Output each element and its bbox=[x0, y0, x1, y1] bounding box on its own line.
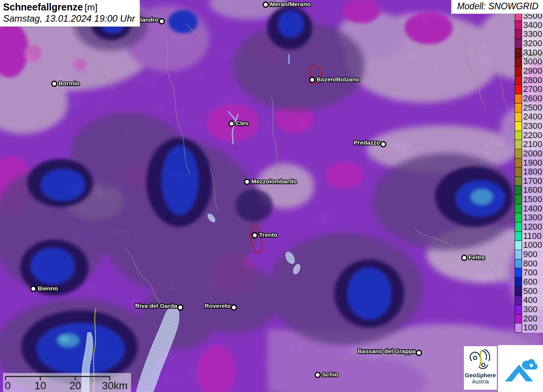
legend-value-label: 400 bbox=[522, 295, 543, 305]
map-datetime: Samstag, 13.01.2024 19:00 Uhr bbox=[3, 13, 135, 24]
legend-color-swatch bbox=[515, 259, 522, 269]
legend-color-swatch bbox=[515, 231, 522, 241]
city-dot bbox=[252, 232, 258, 238]
legend-color-swatch bbox=[515, 222, 522, 232]
city-label: Feltre bbox=[469, 254, 485, 261]
legend-color-swatch bbox=[515, 103, 522, 113]
legend-color-swatch bbox=[515, 121, 522, 131]
legend-value-label: 2900 bbox=[522, 66, 543, 76]
geosphere-logo: GeoSphere Austria bbox=[464, 346, 497, 390]
city-label: Bormio bbox=[59, 80, 80, 87]
city-dot bbox=[51, 81, 57, 87]
legend-value-label: 3400 bbox=[522, 21, 543, 30]
scale-bar-label: 10 bbox=[35, 380, 46, 392]
legend-color-swatch bbox=[515, 295, 522, 305]
legend-value-label: 2700 bbox=[522, 85, 543, 94]
legend-row: 3200 bbox=[515, 39, 543, 48]
city-label: Bassano del Grappa bbox=[358, 348, 416, 355]
city-label: Mezzolombardo bbox=[251, 178, 297, 185]
map-title-unit: [m] bbox=[85, 2, 97, 12]
city-dot bbox=[177, 304, 183, 311]
legend-value-label: 1300 bbox=[522, 213, 543, 223]
legend-row: 3400 bbox=[515, 21, 543, 30]
legend-color-swatch bbox=[515, 76, 522, 85]
city-dot bbox=[159, 18, 165, 24]
geosphere-logo-subtext: Austria bbox=[464, 378, 497, 385]
legend-value-label: 3200 bbox=[522, 39, 543, 48]
city-label: Rovereto bbox=[205, 302, 231, 309]
legend-row: 1700 bbox=[515, 176, 543, 186]
legend-color-swatch bbox=[515, 240, 522, 250]
legend-value-label: 2000 bbox=[522, 149, 543, 159]
legend-row: 200 bbox=[515, 314, 543, 324]
legend-row: 2700 bbox=[515, 85, 543, 94]
legend-value-label: 3300 bbox=[522, 29, 543, 39]
legend-color-swatch bbox=[515, 85, 522, 94]
legend-row: 500 bbox=[515, 287, 543, 296]
city-dot bbox=[263, 2, 269, 8]
legend-color-swatch bbox=[515, 131, 522, 140]
legend-value-label: 100 bbox=[522, 323, 543, 333]
legend-value-label: 2800 bbox=[522, 76, 543, 85]
city-dot bbox=[244, 179, 250, 185]
legend-row: 2400 bbox=[515, 112, 543, 122]
legend-value-label: 2300 bbox=[522, 121, 543, 131]
legend-row: 3100 bbox=[515, 48, 543, 58]
city-dot bbox=[315, 372, 321, 378]
legend-color-swatch bbox=[515, 66, 522, 76]
weather-map-stage: Meran/MeranoSchlanders/SilandroBormioBoz… bbox=[0, 0, 543, 392]
legend-row: 1500 bbox=[515, 195, 543, 204]
legend-row: 2800 bbox=[515, 76, 543, 85]
legend-color-swatch bbox=[515, 204, 522, 214]
city-label: Predazzo bbox=[354, 139, 380, 146]
legend-row: 1000 bbox=[515, 240, 543, 250]
legend-color-swatch bbox=[515, 268, 522, 278]
legend-row: 600 bbox=[515, 277, 543, 287]
map-title: Schneefallgrenze bbox=[3, 2, 83, 12]
legend-value-label: 1400 bbox=[522, 204, 543, 214]
city-dot bbox=[380, 141, 386, 147]
legend-value-label: 1200 bbox=[522, 222, 543, 232]
legend-value-label: 500 bbox=[522, 287, 543, 296]
legend-value-label: 1000 bbox=[522, 240, 543, 250]
scale-bar: 0102030km bbox=[3, 373, 131, 392]
title-box: Schneefallgrenze [m] Samstag, 13.01.2024… bbox=[0, 0, 140, 27]
legend-color-swatch bbox=[515, 314, 522, 324]
legend-color-swatch bbox=[515, 140, 522, 149]
legend-row: 1900 bbox=[515, 158, 543, 168]
legend-value-label: 1900 bbox=[522, 158, 543, 168]
legend-color-swatch bbox=[515, 323, 522, 333]
legend-color-swatch bbox=[515, 149, 522, 159]
legend-row: 3000 bbox=[515, 57, 543, 67]
legend-color-swatch bbox=[515, 250, 522, 259]
legend-row: 1400 bbox=[515, 204, 543, 214]
legend-row: 2500 bbox=[515, 103, 543, 113]
city-label: Meran/Merano bbox=[270, 1, 311, 8]
legend-value-label: 2500 bbox=[522, 103, 543, 113]
legend-value-label: 300 bbox=[522, 305, 543, 314]
legend-color-swatch bbox=[515, 185, 522, 195]
legend-color-swatch bbox=[515, 195, 522, 204]
legend-color-swatch bbox=[515, 305, 522, 314]
legend-color-swatch bbox=[515, 39, 522, 48]
city-dot bbox=[231, 304, 237, 311]
city-dot bbox=[309, 77, 315, 83]
legend-row: 100 bbox=[515, 323, 543, 333]
city-dot bbox=[228, 121, 235, 127]
city-label: Riva del Garda bbox=[135, 302, 177, 309]
legend-row: 2600 bbox=[515, 94, 543, 104]
legend-row: 800 bbox=[515, 259, 543, 269]
terrain-shading-overlay bbox=[0, 0, 543, 392]
legend-value-label: 2400 bbox=[522, 112, 543, 122]
legend-row: 1300 bbox=[515, 213, 543, 223]
legend-color-swatch bbox=[515, 57, 522, 67]
legend-row: 400 bbox=[515, 295, 543, 305]
scale-bar-label: 20 bbox=[69, 380, 81, 392]
scale-bar-label: 30km bbox=[102, 380, 128, 392]
legend-row: 1200 bbox=[515, 222, 543, 232]
legend-value-label: 2600 bbox=[522, 94, 543, 104]
legend-row: 2300 bbox=[515, 121, 543, 131]
legend-value-label: 1100 bbox=[522, 231, 543, 241]
legend-color-swatch bbox=[515, 94, 522, 104]
map-canvas bbox=[0, 0, 543, 392]
